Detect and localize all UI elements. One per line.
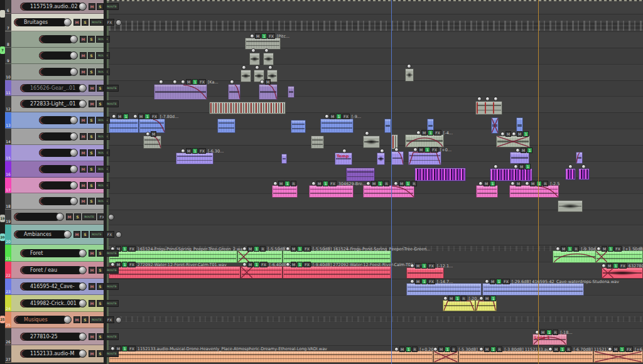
item-env-button[interactable]: 1 [192, 148, 198, 154]
track-name[interactable]: Musiques [16, 316, 68, 324]
solo-button[interactable]: S [97, 300, 104, 307]
item-fx-button[interactable]: FX [260, 262, 267, 267]
item-mute-button[interactable]: M [484, 181, 489, 186]
item-env-button[interactable]: 1 [192, 79, 198, 85]
folder-collapse-button[interactable] [116, 19, 122, 26]
mute-button[interactable]: M [89, 300, 95, 307]
item-env-button[interactable]: 1 [613, 263, 619, 269]
item-lock-ball-icon[interactable] [394, 147, 399, 152]
item-lock-ball-icon[interactable] [581, 164, 586, 169]
mute-button[interactable]: M [80, 198, 87, 205]
solo-button[interactable]: S [88, 117, 95, 124]
item-route-button[interactable]: R [451, 346, 457, 352]
folder-indicator-badge[interactable]: 25 [0, 316, 5, 323]
item-lock-ball-icon[interactable] [366, 181, 370, 186]
media-item[interactable] [346, 168, 375, 181]
item-lock-ball-icon[interactable] [485, 97, 490, 101]
track-name[interactable]: Foret / eau [23, 266, 83, 274]
route-button[interactable]: ROUTE [96, 182, 110, 189]
item-lock-ball-icon[interactable] [325, 114, 329, 119]
track-number[interactable]: 27 [5, 345, 11, 362]
track-number[interactable]: 8 [5, 31, 11, 47]
solo-button[interactable]: S [88, 36, 95, 43]
item-mute-button[interactable]: M [415, 279, 421, 284]
solo-button[interactable]: S [97, 333, 104, 340]
item-mute-button[interactable]: M [613, 346, 619, 352]
solo-button[interactable]: S [88, 182, 95, 189]
item-mute-button[interactable]: M [186, 148, 192, 154]
media-item[interactable] [272, 185, 298, 198]
item-lock-ball-icon[interactable] [242, 262, 247, 267]
media-item[interactable] [283, 250, 391, 263]
solo-button[interactable]: S [97, 283, 104, 290]
folder-collapse-button[interactable] [116, 232, 122, 238]
media-item[interactable] [482, 283, 584, 296]
item-env-button[interactable]: 1 [123, 114, 129, 119]
item-mute-button[interactable]: M [448, 296, 454, 301]
item-route-button[interactable]: R [461, 296, 467, 301]
track-number[interactable]: 22 [5, 262, 11, 278]
item-lock-ball-icon[interactable] [433, 347, 438, 351]
item-lock-ball-icon[interactable] [416, 131, 421, 135]
item-env-button[interactable]: 1 [405, 181, 411, 186]
item-env-button[interactable]: 1 [421, 279, 427, 284]
solo-button[interactable]: S [82, 231, 89, 238]
item-env-button[interactable]: 1 [297, 246, 303, 252]
volume-knob[interactable] [70, 35, 78, 43]
track-number[interactable]: 26 [5, 328, 11, 345]
track-name[interactable] [16, 213, 60, 221]
folder-indicator-badge[interactable]: 7 [0, 46, 5, 54]
media-item[interactable] [384, 119, 391, 133]
item-env-button[interactable]: 1 [455, 296, 460, 301]
item-lock-ball-icon[interactable] [255, 65, 259, 70]
item-mute-button[interactable]: M [138, 114, 144, 119]
solo-button[interactable]: S [88, 52, 95, 59]
item-route-button[interactable]: R [260, 246, 266, 252]
track-number[interactable]: 16 [5, 161, 11, 177]
item-fx-button[interactable]: FX [428, 263, 435, 269]
item-lock-ball-icon[interactable] [251, 48, 256, 53]
item-env-button[interactable]: 1 [619, 346, 625, 352]
item-mute-button[interactable]: M [247, 246, 253, 252]
item-lock-ball-icon[interactable] [146, 132, 150, 136]
panel-arrange-divider[interactable] [104, 0, 107, 364]
media-item[interactable] [602, 267, 643, 279]
solo-button[interactable]: S [97, 85, 104, 92]
media-item[interactable] [595, 250, 643, 263]
media-item[interactable] [363, 136, 380, 148]
media-item[interactable] [414, 168, 466, 181]
item-lock-ball-icon[interactable] [250, 34, 254, 38]
media-item[interactable] [406, 283, 482, 296]
item-mute-button[interactable]: M [421, 130, 427, 136]
item-env-button[interactable]: 1 [254, 262, 259, 267]
route-button[interactable]: ROUTE [105, 300, 119, 307]
item-mute-button[interactable]: M [438, 346, 444, 352]
volume-knob[interactable] [78, 3, 87, 11]
item-fx-button[interactable]: FX [502, 279, 510, 284]
item-route-button[interactable]: R [566, 346, 571, 352]
item-env-button[interactable]: 1 [424, 147, 430, 153]
item-env-button[interactable]: 1 [323, 181, 328, 186]
item-mute-button[interactable]: M [255, 33, 261, 39]
item-mute-button[interactable]: M [316, 181, 322, 186]
volume-knob[interactable] [70, 181, 78, 190]
media-item[interactable] [109, 119, 139, 133]
mute-button[interactable]: M [89, 283, 95, 290]
item-mute-button[interactable]: M [151, 131, 156, 137]
media-item[interactable] [406, 267, 444, 279]
mute-button[interactable]: M [80, 36, 87, 43]
media-item[interactable] [510, 152, 529, 164]
route-button[interactable]: ROUTE [105, 250, 119, 257]
item-mute-button[interactable]: M [117, 114, 122, 119]
folder-collapse-button[interactable] [116, 317, 122, 323]
item-fx-button[interactable]: FX [329, 181, 337, 186]
route-button[interactable]: ROUTE [96, 36, 110, 43]
item-lock-ball-icon[interactable] [181, 149, 185, 153]
item-lock-ball-icon[interactable] [365, 131, 369, 136]
mute-button[interactable]: M [89, 100, 95, 107]
item-lock-ball-icon[interactable] [311, 181, 316, 186]
track-number[interactable]: 12 [5, 96, 11, 112]
media-item[interactable] [281, 154, 287, 164]
item-route-button[interactable]: R [543, 181, 548, 186]
volume-knob[interactable] [70, 132, 78, 141]
